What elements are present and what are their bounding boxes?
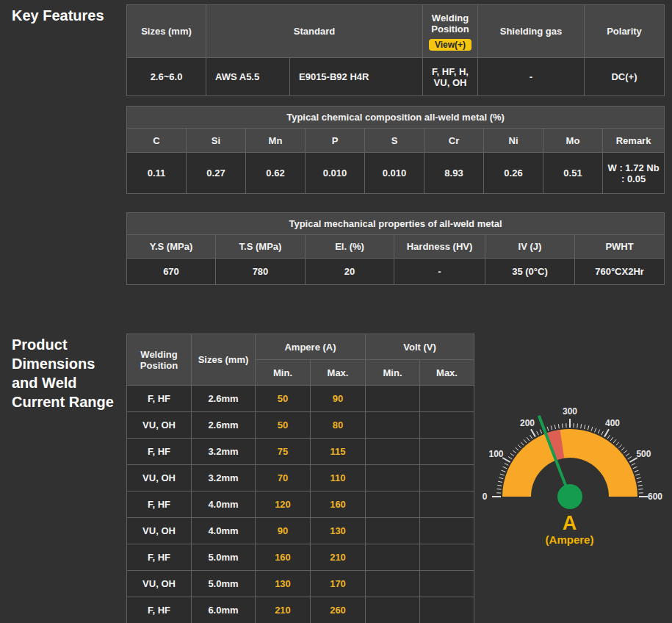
mech-header-ys: Y.S (MPa) bbox=[127, 235, 216, 259]
chem-value-cell: 0.62 bbox=[246, 153, 306, 194]
gauge-minor-tick bbox=[536, 431, 538, 435]
chem-header-cell: Cr bbox=[424, 129, 484, 153]
dims-cell-ampere-min: 50 bbox=[256, 412, 311, 439]
dims-cell-size: 2.6mm bbox=[192, 386, 256, 412]
dims-cell-ampere-min: 160 bbox=[256, 544, 311, 571]
dims-header-ampere-min: Min. bbox=[256, 360, 311, 386]
features-table: Sizes (mm) Standard Welding Position Vie… bbox=[126, 4, 665, 96]
gauge-hub bbox=[557, 484, 582, 509]
dims-cell-ampere-min: 210 bbox=[256, 597, 311, 623]
gauge-minor-tick bbox=[594, 428, 596, 433]
chem-header-cell: S bbox=[365, 129, 424, 153]
dims-cell-size: 4.0mm bbox=[192, 491, 256, 518]
gauge-minor-tick bbox=[601, 431, 603, 435]
gauge-tick-label: 600 bbox=[648, 491, 662, 502]
dims-cell-size: 3.2mm bbox=[192, 439, 256, 465]
dims-data-row: VU, OH 4.0mm 90 130 bbox=[127, 518, 474, 544]
dims-cell-ampere-max: 130 bbox=[311, 518, 366, 544]
gauge-minor-tick bbox=[515, 447, 518, 450]
gauge-tick-label: 200 bbox=[520, 418, 535, 428]
dims-data-row: VU, OH 2.6mm 50 80 bbox=[127, 412, 474, 439]
col-header-welding-position: Welding Position View(+) bbox=[423, 5, 478, 58]
gauge-tick-label: 300 bbox=[563, 406, 577, 417]
chem-value-cell: 0.27 bbox=[187, 153, 246, 194]
gauge-minor-tick bbox=[636, 478, 640, 479]
dims-cell-ampere-max: 80 bbox=[311, 412, 366, 439]
dims-cell-ampere-min: 50 bbox=[256, 386, 311, 412]
gauge-minor-tick bbox=[497, 485, 502, 486]
view-button[interactable]: View(+) bbox=[429, 39, 472, 51]
dims-cell-volt-max bbox=[420, 597, 474, 623]
gauge-minor-tick bbox=[591, 427, 593, 431]
cell-shielding-gas: - bbox=[478, 58, 585, 96]
gauge-minor-tick bbox=[637, 485, 642, 486]
mech-value-el: 20 bbox=[306, 259, 394, 285]
chem-title-row: Typical chemical composition all-weld me… bbox=[127, 107, 665, 129]
mech-title-row: Typical mechanical properties of all-wel… bbox=[127, 213, 665, 235]
gauge-tick-label: 400 bbox=[605, 418, 620, 428]
chem-header-cell: C bbox=[127, 129, 187, 153]
gauge-minor-tick bbox=[530, 435, 532, 439]
dims-data-row: F, HF 2.6mm 50 90 bbox=[127, 386, 474, 412]
gauge-minor-tick bbox=[577, 424, 577, 428]
mech-header-ts: T.S (MPa) bbox=[216, 235, 306, 259]
dims-header-volt-min: Min. bbox=[366, 360, 420, 386]
dims-cell-volt-max bbox=[420, 439, 474, 465]
col-header-standard: Standard bbox=[206, 5, 423, 58]
dims-cell-volt-min bbox=[366, 386, 420, 412]
gauge-unit-name: (Ampere) bbox=[546, 533, 594, 547]
chem-value-cell: W : 1.72 Nb : 0.05 bbox=[603, 153, 665, 194]
chem-data-row: 0.11 0.27 0.62 0.010 0.010 8.93 0.26 0.5… bbox=[127, 153, 665, 194]
gauge-minor-tick bbox=[637, 481, 641, 482]
cell-sizes: 2.6~6.0 bbox=[127, 58, 206, 96]
dims-cell-position: F, HF bbox=[127, 544, 192, 571]
dims-cell-size: 5.0mm bbox=[192, 571, 256, 597]
chem-header-cell: P bbox=[306, 129, 365, 153]
mech-header-iv: IV (J) bbox=[485, 235, 575, 259]
gauge-minor-tick bbox=[499, 478, 503, 479]
dimensions-table: Welding Position Sizes (mm) Ampere (A) V… bbox=[126, 334, 474, 623]
gauge-minor-tick bbox=[626, 453, 629, 456]
cell-standard-class: E9015-B92 H4R bbox=[290, 58, 423, 96]
chem-value-cell: 8.93 bbox=[424, 153, 484, 194]
mech-value-hardness: - bbox=[394, 259, 485, 285]
chem-value-cell: 0.11 bbox=[127, 153, 187, 194]
cell-welding-position: F, HF, H, VU, OH bbox=[423, 58, 478, 96]
gauge-minor-tick bbox=[588, 425, 589, 430]
gauge-minor-tick bbox=[624, 450, 627, 453]
dims-cell-ampere-max: 170 bbox=[311, 571, 366, 597]
gauge-major-tick bbox=[531, 429, 535, 436]
chem-header-cell: Mo bbox=[543, 129, 603, 153]
gauge-minor-tick bbox=[610, 437, 613, 441]
chem-header-cell: Si bbox=[187, 129, 246, 153]
mech-value-iv: 35 (0°C) bbox=[485, 259, 575, 285]
dims-cell-volt-max bbox=[420, 465, 474, 491]
dims-cell-ampere-max: 210 bbox=[311, 544, 366, 571]
mech-value-pwht: 760°CX2Hr bbox=[575, 259, 665, 285]
dims-cell-position: F, HF bbox=[127, 491, 192, 518]
mech-header-el: El. (%) bbox=[306, 235, 394, 259]
dims-header-volt-max: Max. bbox=[420, 360, 474, 386]
dims-cell-position: VU, OH bbox=[127, 465, 192, 491]
gauge-minor-tick bbox=[580, 424, 581, 428]
dims-cell-volt-min bbox=[366, 439, 420, 465]
gauge-minor-tick bbox=[508, 457, 512, 459]
gauge-minor-tick bbox=[632, 467, 636, 468]
dims-header-row-1: Welding Position Sizes (mm) Ampere (A) V… bbox=[127, 334, 474, 360]
dims-data-row: F, HF 3.2mm 75 115 bbox=[127, 439, 474, 465]
chem-header-cell: Mn bbox=[246, 129, 306, 153]
gauge-minor-tick bbox=[558, 424, 559, 428]
mech-data-row: 670 780 20 - 35 (0°C) 760°CX2Hr bbox=[127, 259, 665, 285]
gauge-minor-tick bbox=[615, 442, 618, 445]
dims-header-sizes: Sizes (mm) bbox=[192, 334, 256, 386]
dims-cell-volt-min bbox=[366, 571, 420, 597]
dims-cell-volt-max bbox=[420, 386, 474, 412]
gauge-minor-tick bbox=[627, 457, 631, 459]
dims-data-row: F, HF 4.0mm 120 160 bbox=[127, 491, 474, 518]
gauge-major-tick bbox=[502, 458, 510, 462]
col-header-polarity: Polarity bbox=[585, 5, 665, 58]
dims-header-volt: Volt (V) bbox=[366, 334, 474, 360]
gauge-minor-tick bbox=[562, 424, 563, 428]
dims-data-row: F, HF 5.0mm 160 210 bbox=[127, 544, 474, 571]
mech-header-hardness: Hardness (HV) bbox=[394, 235, 485, 259]
